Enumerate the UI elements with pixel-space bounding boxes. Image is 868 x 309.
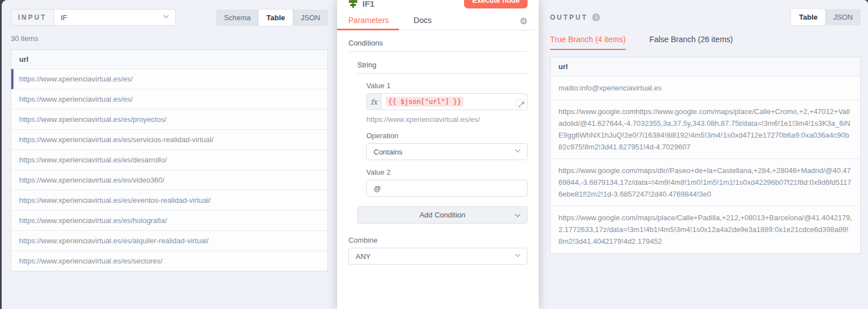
input-panel-header: INPUT IF Schema Table JSON bbox=[11, 9, 328, 26]
table-row[interactable]: https://www.xperienciavirtual.es/es/proy… bbox=[11, 110, 328, 130]
input-table: url https://www.xperienciavirtual.es/es/… bbox=[11, 49, 328, 271]
expression-expand-icon[interactable] bbox=[516, 99, 526, 109]
table-row[interactable]: https://www.xperienciavirtual.es/es/vide… bbox=[11, 170, 328, 190]
input-table-header-url: url bbox=[11, 50, 328, 69]
info-icon[interactable]: i bbox=[592, 13, 600, 21]
node-settings-panel: IF1 Execute node Parameters Docs ⚙ Condi… bbox=[337, 0, 539, 309]
tab-parameters[interactable]: Parameters bbox=[348, 16, 389, 30]
node-title: IF1 bbox=[362, 0, 375, 8]
fx-expression-icon: fx bbox=[367, 94, 381, 110]
value1-expression-text: {{ $json["url"] }} bbox=[386, 97, 463, 107]
operation-label: Operation bbox=[366, 131, 528, 140]
value1-expression-input[interactable]: fx {{ $json["url"] }} bbox=[366, 93, 528, 110]
add-condition-label: Add Condition bbox=[420, 211, 466, 219]
node-details-view: INPUT IF Schema Table JSON 30 items url … bbox=[2, 0, 868, 309]
chevron-down-icon bbox=[162, 13, 170, 22]
combine-select-value: ANY bbox=[356, 252, 371, 261]
table-row[interactable]: https://www.xperienciavirtual.es/es/even… bbox=[11, 190, 328, 211]
conditions-group: String Value 1 fx {{ $json["url"] }} htt… bbox=[357, 61, 528, 224]
string-section-title: String bbox=[357, 61, 528, 74]
combine-label: Combine bbox=[348, 236, 528, 244]
execute-node-button[interactable]: Execute node bbox=[464, 0, 528, 8]
conditions-section-title: Conditions bbox=[348, 39, 528, 52]
tab-false-branch[interactable]: False Branch (26 items) bbox=[649, 35, 733, 50]
chevron-down-icon bbox=[514, 147, 521, 156]
value2-input[interactable]: @ bbox=[366, 180, 528, 197]
add-condition-button[interactable]: Add Condition bbox=[357, 206, 528, 224]
input-panel: INPUT IF Schema Table JSON 30 items url … bbox=[2, 0, 337, 309]
table-row[interactable]: https://www.xperienciavirtual.es/es/holo… bbox=[11, 211, 328, 231]
output-view-table-button[interactable]: Table bbox=[791, 9, 825, 25]
tab-docs[interactable]: Docs bbox=[413, 16, 431, 30]
input-node-select-group: INPUT IF bbox=[11, 9, 176, 26]
table-row[interactable]: https://www.google.comhttps://www.google… bbox=[551, 100, 860, 159]
value1-label: Value 1 bbox=[366, 81, 528, 90]
chevron-down-icon bbox=[514, 212, 521, 221]
input-view-table-button[interactable]: Table bbox=[258, 10, 293, 26]
if-node-icon bbox=[348, 0, 358, 8]
output-table: url mailto:info@xperienciavirtual.es htt… bbox=[550, 57, 861, 254]
tab-true-branch[interactable]: True Branch (4 items) bbox=[550, 35, 626, 50]
input-view-schema-button[interactable]: Schema bbox=[216, 10, 259, 26]
node-tabs: Parameters Docs ⚙ bbox=[337, 14, 539, 30]
node-settings-gear-icon[interactable]: ⚙ bbox=[520, 17, 528, 30]
table-row[interactable]: https://www.google.com/maps/place/Calle+… bbox=[551, 206, 860, 253]
condition-fields: Value 1 fx {{ $json["url"] }} https://ww… bbox=[366, 81, 528, 197]
table-row[interactable]: https://www.xperienciavirtual.es/es/ bbox=[11, 69, 328, 89]
operation-select[interactable]: Contains bbox=[366, 143, 528, 160]
combine-select[interactable]: ANY bbox=[348, 248, 528, 265]
output-view-toggle: Table JSON bbox=[791, 9, 861, 25]
output-panel-header: OUTPUT i Table JSON bbox=[550, 9, 861, 25]
table-row[interactable]: mailto:info@xperienciavirtual.es bbox=[551, 76, 860, 100]
output-branch-tabs: True Branch (4 items) False Branch (26 i… bbox=[550, 35, 861, 50]
value2-label: Value 2 bbox=[366, 168, 528, 176]
input-panel-label: INPUT bbox=[11, 10, 54, 25]
output-panel: OUTPUT i Table JSON True Branch (4 items… bbox=[539, 0, 868, 309]
table-row[interactable]: https://www.xperienciavirtual.es/es/serv… bbox=[11, 130, 328, 150]
input-view-json-button[interactable]: JSON bbox=[293, 10, 328, 26]
chevron-down-icon bbox=[514, 252, 521, 261]
value1-resolved-preview: https://www.xperienciavirtual.es/es/ bbox=[366, 115, 528, 124]
table-row[interactable]: https://www.xperienciavirtual.es/es/alqu… bbox=[11, 231, 328, 251]
input-items-count: 30 items bbox=[11, 34, 328, 43]
operation-select-value: Contains bbox=[374, 148, 402, 156]
output-panel-label: OUTPUT bbox=[550, 13, 588, 21]
input-node-select-value: IF bbox=[61, 13, 67, 22]
table-row[interactable]: https://www.xperienciavirtual.es/es/sect… bbox=[11, 251, 328, 271]
table-row[interactable]: https://www.xperienciavirtual.es/es/desa… bbox=[11, 150, 328, 170]
node-header: IF1 Execute node bbox=[348, 0, 528, 8]
table-row[interactable]: https://www.google.com/maps/dir//Paseo+d… bbox=[551, 159, 860, 206]
value2-input-value: @ bbox=[374, 184, 381, 193]
input-view-toggle: Schema Table JSON bbox=[216, 10, 328, 26]
table-row[interactable]: https://www.xperienciavirtual.es/es/ bbox=[11, 89, 328, 110]
input-node-select[interactable]: IF bbox=[54, 10, 175, 25]
output-table-header-url: url bbox=[551, 57, 860, 76]
output-view-json-button[interactable]: JSON bbox=[825, 9, 861, 25]
